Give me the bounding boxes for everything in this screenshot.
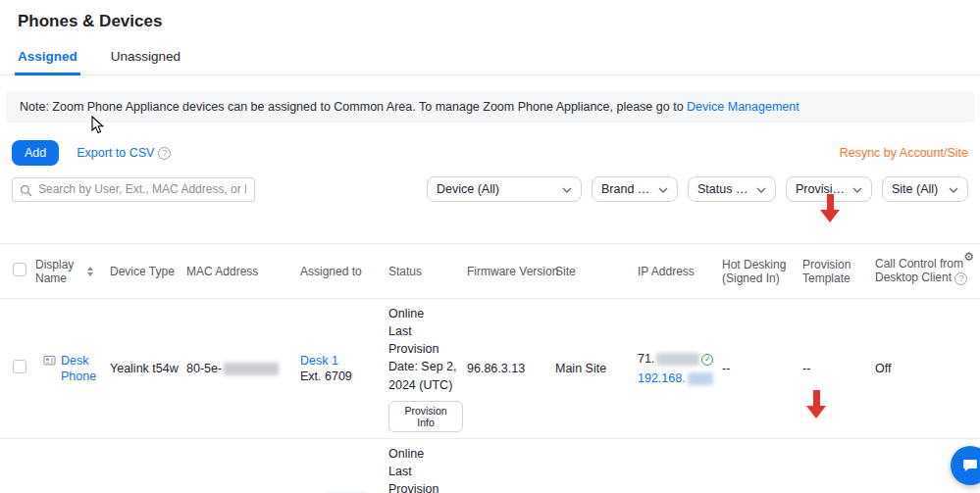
header-ip-address: IP Address: [638, 244, 722, 299]
header-firmware-version: Firmware Version: [467, 244, 555, 299]
status-cell: Online Last Provision Date: Sep 2, 2024 …: [388, 299, 467, 439]
site-cell: Main Site: [555, 438, 638, 493]
sort-icon[interactable]: [87, 267, 93, 276]
site-cell: Main Site: [555, 299, 638, 439]
search-icon: [20, 183, 32, 201]
call-control-cell: Off: [875, 299, 980, 439]
export-csv-label: Export to CSV: [77, 146, 154, 160]
select-all-checkbox[interactable]: [13, 263, 26, 276]
mac-address-cell: 48-25-: [186, 438, 300, 493]
assigned-to-cell: Desk 1 Ext. 6709: [300, 299, 388, 439]
assigned-user-link[interactable]: Desk 1: [300, 354, 338, 368]
annotation-arrow-gmtoffset: [806, 390, 826, 419]
redacted-blur: [656, 353, 699, 366]
site-filter-label: Site (All): [892, 182, 938, 196]
export-help-icon[interactable]: [158, 147, 171, 160]
last-provision-text: Last Provision Date: Sep 2, 2024 (UTC): [388, 463, 463, 493]
header-display-name[interactable]: Display Name: [35, 258, 82, 285]
phones-devices-page: Phones & Devices Assigned Unassigned Not…: [0, 0, 980, 493]
brand-filter-dropdown[interactable]: Brand (All): [592, 176, 678, 202]
ip-address-cell: 71. 192.168.: [638, 299, 722, 439]
provision-template-cell: gmtOffset: [802, 438, 875, 493]
tab-bar: Assigned Unassigned: [0, 43, 980, 75]
provision-info-button[interactable]: Provision Info: [388, 401, 463, 432]
status-online-text: Online: [388, 445, 463, 463]
status-cell: Online Last Provision Date: Sep 2, 2024 …: [388, 438, 467, 493]
header-device-type: Device Type: [110, 244, 186, 299]
device-filter-dropdown[interactable]: Device (All): [427, 176, 582, 202]
device-management-link[interactable]: Device Management: [687, 100, 799, 114]
chat-icon: [961, 457, 979, 474]
column-settings-gear-icon[interactable]: [963, 250, 974, 264]
export-csv-link[interactable]: Export to CSV: [77, 146, 171, 160]
device-display-name-link[interactable]: Desk Phone: [61, 353, 106, 385]
page-title: Phones & Devices: [0, 0, 980, 31]
device-filter-label: Device (All): [437, 182, 499, 196]
header-hot-desking: Hot Desking (Signed In): [722, 244, 802, 299]
toolbar: Add Export to CSV Resync by Account/Site: [12, 140, 968, 166]
firmware-version-cell: 6.4.6.3283: [467, 438, 555, 493]
header-provision-template: Provision Template: [802, 244, 875, 299]
search-input[interactable]: [12, 177, 255, 202]
redacted-blur: [224, 363, 279, 375]
status-filter-dropdown[interactable]: Status (All): [688, 176, 776, 202]
note-banner: Note: Zoom Phone Appliance devices can b…: [6, 91, 974, 123]
desk-phone-icon: [43, 354, 56, 370]
search-wrap: [12, 177, 255, 202]
call-control-help-icon[interactable]: [954, 272, 967, 285]
devices-table: Display Name Device Type MAC Address Ass…: [0, 243, 980, 493]
mouse-cursor: [91, 116, 105, 135]
resync-link[interactable]: Resync by Account/Site: [840, 146, 968, 160]
status-online-text: Online: [388, 305, 463, 322]
tab-unassigned[interactable]: Unassigned: [108, 43, 183, 74]
mac-visible-text: 80-5e-: [186, 362, 222, 375]
chevron-down-icon: [949, 182, 958, 196]
add-button[interactable]: Add: [12, 140, 59, 166]
table-row: Desk Phone Poly vvx450 48-25- Eliot Ext.…: [0, 438, 980, 493]
firmware-version-cell: 96.86.3.13: [467, 299, 555, 439]
last-provision-text: Last Provision Date: Sep 2, 2024 (UTC): [388, 322, 463, 394]
public-ip-text: 71.: [638, 352, 654, 366]
header-site: Site: [555, 244, 638, 299]
redacted-blur: [688, 372, 713, 385]
hot-desking-cell: --: [722, 299, 802, 439]
row-checkbox[interactable]: [13, 360, 26, 373]
table-header-row: Display Name Device Type MAC Address Ass…: [0, 244, 980, 299]
chevron-down-icon: [658, 182, 668, 196]
hot-desking-cell: --: [722, 438, 802, 493]
header-call-control: Call Control from Desktop Client: [875, 257, 963, 284]
tab-assigned[interactable]: Assigned: [15, 43, 80, 75]
header-mac-address: MAC Address: [186, 244, 300, 299]
table-row: Desk Phone Yealink t54w 80-5e- Desk 1 Ex…: [0, 299, 980, 439]
verified-check-icon: [701, 354, 713, 366]
device-type-cell: Yealink t54w: [110, 299, 186, 439]
brand-filter-label: Brand (All): [601, 182, 652, 196]
local-ip-link[interactable]: 192.168.: [638, 371, 686, 385]
annotation-arrow-provision-template: [820, 194, 840, 222]
assigned-to-cell: Eliot Ext. 6: [300, 438, 388, 493]
assigned-ext: Ext. 6709: [300, 370, 385, 383]
chevron-down-icon: [756, 182, 766, 196]
mac-address-cell: 80-5e-: [186, 299, 300, 439]
chevron-down-icon: [562, 182, 572, 196]
header-status: Status: [388, 244, 467, 299]
status-filter-label: Status (All): [697, 182, 750, 196]
header-assigned-to: Assigned to: [300, 244, 388, 299]
note-text: Note: Zoom Phone Appliance devices can b…: [20, 100, 684, 114]
chevron-down-icon: [852, 182, 862, 196]
ip-address-cell: 71.38.120.89 192.168.: [638, 438, 722, 493]
device-type-cell: Poly vvx450: [110, 438, 186, 493]
site-filter-dropdown[interactable]: Site (All): [882, 176, 968, 202]
